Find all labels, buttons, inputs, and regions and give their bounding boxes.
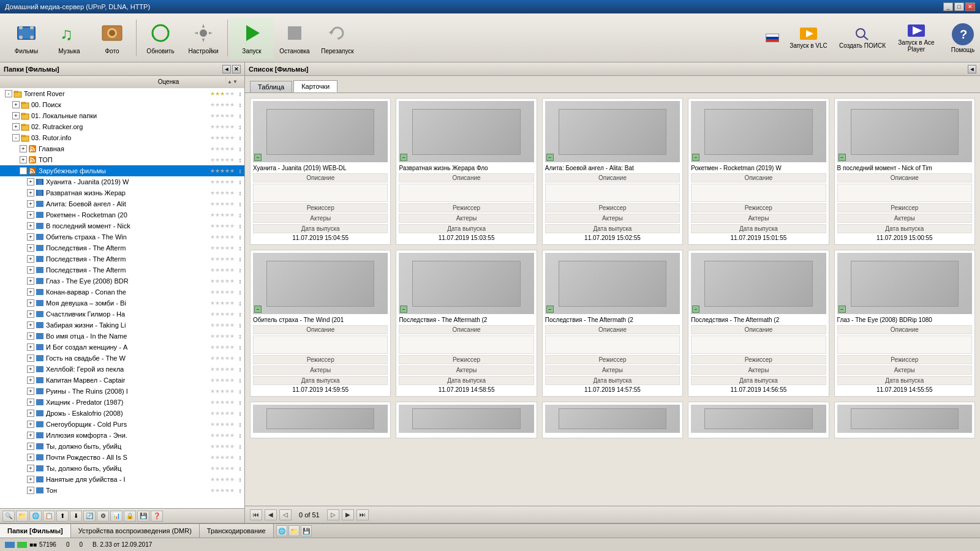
- tree-item-main[interactable]: + Главная ★★★★★ ↕: [0, 143, 244, 154]
- expand-taking[interactable]: +: [27, 321, 34, 329]
- minimize-button[interactable]: _: [943, 2, 953, 11]
- bottom-tab-devices[interactable]: Устройства воспроизведения (DMR): [71, 524, 200, 538]
- expand-lastmoment[interactable]: +: [27, 222, 34, 230]
- tree-item-ruins[interactable]: + Руины - The Ruins (2008) I ★★★★★ ↕: [0, 386, 244, 397]
- toolbar-btn-5[interactable]: ⬆: [56, 511, 69, 522]
- card-9[interactable]: − Последствия - The Aftermath (2 Описани…: [688, 250, 829, 397]
- expand-alita[interactable]: +: [27, 200, 34, 208]
- tree-item-rocketman[interactable]: + Рокетмен - Rocketman (20 ★★★★★ ↕: [0, 209, 244, 220]
- stop-button[interactable]: Остановка: [273, 17, 316, 59]
- expand-top[interactable]: +: [20, 156, 27, 163]
- toolbar-btn-10[interactable]: 🔒: [124, 511, 136, 522]
- toolbar-btn-7[interactable]: 🔄: [83, 511, 96, 522]
- expand-eye[interactable]: +: [27, 277, 34, 285]
- tree-rating-header[interactable]: Оценка: [111, 77, 226, 86]
- restart-button[interactable]: Перезапуск: [316, 17, 359, 59]
- tree-item-foreign[interactable]: - Зарубежные фильмы ★★★★★ ↕: [0, 165, 244, 176]
- page-prev-page-button[interactable]: ◁: [279, 509, 292, 520]
- tree-item-wind[interactable]: + Обитель страха - The Win ★★★★★ ↕: [0, 231, 244, 242]
- expand-conan[interactable]: +: [27, 288, 34, 296]
- expand-local[interactable]: +: [12, 112, 20, 119]
- expand-wedding[interactable]: +: [27, 354, 34, 362]
- toolbar-btn-9[interactable]: 📊: [110, 511, 123, 522]
- toolbar-btn-8[interactable]: ⚙: [97, 511, 109, 522]
- tab-cards[interactable]: Карточки: [293, 80, 337, 92]
- tree-item-depraved[interactable]: + Развратная жизнь Жерар ★★★★★ ↕: [0, 187, 244, 198]
- page-last-button[interactable]: ⏭: [356, 509, 369, 520]
- help-icon[interactable]: ?: [951, 22, 975, 47]
- page-first-button[interactable]: ⏮: [250, 509, 262, 520]
- photo-button[interactable]: Фото: [91, 17, 134, 59]
- card-2[interactable]: − Развратная жизнь Жерара Фло Описание Р…: [396, 98, 537, 245]
- tree-item-wedding[interactable]: + Гость на свадьбе - The W ★★★★★ ↕: [0, 353, 244, 364]
- card-1[interactable]: − Хуанита - Juanita (2019) WEB-DL Описан…: [250, 98, 391, 245]
- tree-item-rutracker[interactable]: + 02. Rutracker.org ★★★★★ ↕: [0, 121, 244, 132]
- bottom-tab-transcoding[interactable]: Транскодирование: [200, 524, 274, 538]
- bottom-icon-3[interactable]: 💾: [301, 525, 312, 536]
- music-button[interactable]: ♫ Музыка: [48, 17, 91, 59]
- sort-desc-icon[interactable]: ▼: [233, 79, 238, 84]
- expand-captain[interactable]: +: [27, 377, 34, 384]
- create-search-button[interactable]: Создать ПОИСК: [838, 26, 887, 49]
- tree-item-hired[interactable]: + Нанятые для убийства - I ★★★★★ ↕: [0, 474, 244, 485]
- expand-aftermath3[interactable]: +: [27, 266, 34, 274]
- tab-table[interactable]: Таблица: [250, 81, 292, 92]
- tree-container[interactable]: - Torrent Rover ★★★★★ ↕ + 00. Поиск ★★★★…: [0, 88, 244, 508]
- tree-item-predator[interactable]: + Хищник - Predator (1987) ★★★★★ ↕: [0, 397, 244, 408]
- expand-ruins[interactable]: +: [27, 388, 34, 395]
- launch-button[interactable]: Запуск: [230, 17, 273, 59]
- expand-killer2[interactable]: +: [27, 465, 34, 472]
- maximize-button[interactable]: □: [954, 2, 964, 11]
- expand-god[interactable]: +: [27, 343, 34, 351]
- expand-rocketman[interactable]: +: [27, 211, 34, 219]
- expand-snowpiercer[interactable]: +: [27, 421, 34, 428]
- tree-item-comfort[interactable]: + Иллюзия комфорта - Эни. ★★★★★ ↕: [0, 430, 244, 441]
- tree-item-rutor[interactable]: - 03. Rutor.info ★★★★★ ↕: [0, 132, 244, 143]
- tree-item-aftermath2[interactable]: + Последствия - The Afterm ★★★★★ ↕: [0, 253, 244, 264]
- expand-rutracker[interactable]: +: [12, 123, 20, 130]
- expand-ton[interactable]: +: [27, 487, 34, 494]
- tree-item-snowpiercer[interactable]: + Снегоуборщик - Cold Purs ★★★★★ ↕: [0, 419, 244, 430]
- card-10[interactable]: − Глаз - The Eye (2008) BDRip 1080 Описа…: [834, 250, 975, 397]
- expand-rutor[interactable]: -: [12, 134, 20, 141]
- page-prev-button[interactable]: ◀: [265, 509, 277, 520]
- tree-item-conan[interactable]: + Конан-варвар - Conan the ★★★★★ ↕: [0, 287, 244, 298]
- films-button[interactable]: Фильмы: [5, 17, 48, 59]
- close-button[interactable]: ✕: [965, 2, 975, 11]
- expand-killer1[interactable]: +: [27, 443, 34, 450]
- tree-item-local[interactable]: + 01. Локальные папки ★★★★★ ↕: [0, 110, 244, 121]
- tree-item-aftermath1[interactable]: + Последствия - The Afterm ★★★★★ ↕: [0, 242, 244, 253]
- expand-christmas[interactable]: +: [27, 454, 34, 461]
- settings-button[interactable]: Настройки: [182, 17, 225, 59]
- page-next-button[interactable]: ▶: [342, 509, 354, 520]
- card-12-partial[interactable]: [396, 402, 537, 438]
- expand-search[interactable]: +: [12, 101, 20, 108]
- expand-eskalofrio[interactable]: +: [27, 410, 34, 417]
- card-3[interactable]: − Алита: Боевой ангел - Alita: Bat Описа…: [542, 98, 683, 245]
- toolbar-btn-3[interactable]: 🌐: [29, 511, 42, 522]
- panel-close-button[interactable]: ✕: [232, 65, 241, 73]
- tree-item-top[interactable]: + ТОП ★★★★★ ↕: [0, 154, 244, 165]
- expand-main[interactable]: +: [20, 145, 27, 152]
- toolbar-btn-6[interactable]: ⬇: [70, 511, 82, 522]
- expand-comfort[interactable]: +: [27, 432, 34, 439]
- tree-item-zombie[interactable]: + Моя девушка – зомби - Bi ★★★★★ ↕: [0, 298, 244, 309]
- card-15-partial[interactable]: [834, 402, 975, 438]
- expand-gilmore[interactable]: +: [27, 310, 34, 318]
- expand-aftermath2[interactable]: +: [27, 255, 34, 263]
- card-11-partial[interactable]: [250, 402, 391, 438]
- bottom-tab-folders[interactable]: Папки [Фильмы]: [0, 524, 71, 538]
- ace-player-button[interactable]: Запуск в Ace Player: [892, 23, 941, 53]
- language-flag[interactable]: [766, 34, 779, 42]
- expand-hellboy[interactable]: +: [27, 365, 34, 373]
- tree-item-eye[interactable]: + Глаз - The Eye (2008) BDR ★★★★★ ↕: [0, 276, 244, 287]
- right-panel-pin-button[interactable]: ◄: [968, 65, 976, 73]
- cards-container[interactable]: − Хуанита - Juanita (2019) WEB-DL Описан…: [245, 93, 980, 506]
- expand-aftermath1[interactable]: +: [27, 244, 34, 252]
- toolbar-btn-12[interactable]: ❓: [151, 511, 163, 522]
- card-6[interactable]: − Обитель страха - The Wind (201 Описани…: [250, 250, 391, 397]
- expand-zombie[interactable]: +: [27, 299, 34, 307]
- tree-item-juanita[interactable]: + Хуанита - Juanita (2019) W ★★★★★ ↕: [0, 176, 244, 187]
- tree-item-taking[interactable]: + Забирая жизни - Taking Li ★★★★★ ↕: [0, 320, 244, 331]
- tree-item-captain[interactable]: + Капитан Марвел - Captair ★★★★★ ↕: [0, 375, 244, 386]
